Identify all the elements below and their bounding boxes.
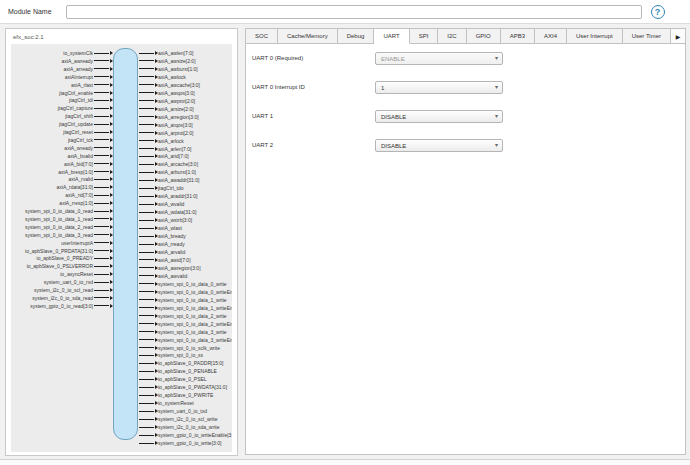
tab-soc[interactable]: SOC [245, 28, 278, 44]
pin-wire [94, 234, 109, 235]
field-row: UART 0 Interrupt ID1▾ [252, 81, 685, 94]
tab-bar: SOCCache/MemoryDebugUARTSPII2CGPIOAPB3AX… [245, 28, 686, 44]
pin-wire [94, 108, 109, 109]
pin-label: system_spi_0_io_data_2_read [25, 224, 93, 230]
pin-left: axiA_awready [11, 58, 113, 64]
pin-label: system_spi_0_io_data_3_read [25, 232, 93, 238]
pin-wire [94, 84, 109, 85]
pin-right: axiA_awvalid [138, 273, 187, 279]
pin-right: axiA_awlen[7:0] [138, 50, 193, 56]
uart-2-dropdown[interactable]: DISABLE▾ [375, 139, 503, 152]
pin-label: axiA_arqos[3:0] [158, 122, 193, 128]
tab-apb3[interactable]: APB3 [501, 28, 535, 44]
pin-wire [139, 252, 154, 253]
pin-wire [94, 116, 109, 117]
module-name-input[interactable] [66, 5, 642, 19]
block-diagram: io_systemClkaxiA_awreadyaxiA_arreadyaxiA… [11, 44, 232, 452]
pin-label: axiA_arlen[7:0] [158, 146, 191, 152]
pin-right: system_spi_0_io_sclk_write [138, 345, 220, 351]
tab-gpio[interactable]: GPIO [467, 28, 501, 44]
help-icon[interactable]: ? [651, 5, 665, 19]
arrowhead-icon [110, 170, 113, 174]
pin-label: axiA_awprot[2:0] [158, 98, 195, 104]
pin-right: system_spi_0_io_data_1_writeEnable [138, 305, 232, 311]
tab-debug[interactable]: Debug [338, 28, 375, 44]
tab-user-interrupt[interactable]: User Interrupt [567, 28, 623, 44]
tab-cache-memory[interactable]: Cache/Memory [278, 28, 338, 44]
pin-wire [94, 132, 109, 133]
uart-0-interrupt-id-dropdown[interactable]: 1▾ [375, 81, 503, 94]
pin-wire [94, 163, 109, 164]
pin-label: axiA_awqos[3:0] [158, 90, 195, 96]
arrowhead-icon [110, 138, 113, 142]
arrowhead-icon [110, 177, 113, 181]
pin-right: system_i2c_0_io_scl_write [138, 416, 217, 422]
pin-wire [139, 188, 154, 189]
pin-label: system_spi_0_io_data_0_read [25, 208, 93, 214]
arrowhead-icon [110, 201, 113, 205]
pin-right: axiA_awburst[1:0] [138, 66, 198, 72]
pin-label: system_gpio_0_io_writeEnable[3:0] [158, 432, 232, 438]
tab-i2c[interactable]: I2C [438, 28, 466, 44]
pin-left: axiA_rvalid [11, 176, 113, 182]
pin-label: axiA_awready [62, 58, 93, 64]
pin-left: axiA_bvalid [11, 153, 113, 159]
pin-wire [139, 76, 154, 77]
pin-label: io_apbSlave_0_PREADY [37, 255, 93, 261]
pin-right: axiA_arprot[2:0] [138, 130, 193, 136]
pin-label: io_apbSlave_0_PSEL [158, 376, 207, 382]
pin-wire [139, 355, 154, 356]
pin-wire [139, 212, 154, 213]
pin-label: system_spi_0_io_sclk_write [158, 345, 220, 351]
pin-wire [139, 275, 154, 276]
pin-right: jtagCtrl_tdo [138, 185, 184, 191]
pin-wire [139, 387, 154, 388]
tab-axi4[interactable]: AXI4 [535, 28, 567, 44]
pin-label: system_i2c_0_io_sda_write [158, 424, 219, 430]
pin-right: axiA_awprot[2:0] [138, 98, 195, 104]
pin-left: io_apbSlave_0_PSLVERROR [11, 263, 113, 269]
pin-label: io_apbSlave_0_PWRITE [158, 392, 213, 398]
pin-wire [94, 68, 109, 69]
arrowhead-icon [110, 304, 113, 308]
pin-label: io_apbSlave_0_PWDATA[31:0] [158, 384, 227, 390]
pin-wire [139, 371, 154, 372]
pin-right: system_gpio_0_io_writeEnable[3:0] [138, 432, 232, 438]
pin-right: axiA_arsize[2:0] [138, 106, 194, 112]
pin-left: axiA_bid[7:0] [11, 161, 113, 167]
tab-user-timer[interactable]: User Timer [623, 28, 671, 44]
arrowhead-icon [110, 280, 113, 284]
pin-label: axiA_arburst[1:0] [158, 169, 196, 175]
arrowhead-icon [110, 288, 113, 292]
arrowhead-icon [110, 122, 113, 126]
pin-wire [139, 108, 154, 109]
pin-label: jtagCtrl_update [59, 121, 93, 127]
pin-right: axiA_awqos[3:0] [138, 90, 195, 96]
pin-label: io_apbSlave_0_PSLVERROR [27, 263, 93, 269]
pin-left: system_i2c_0_io_scl_read [11, 287, 113, 293]
pin-right: axiA_awid[7:0] [138, 257, 191, 263]
uart-1-dropdown[interactable]: DISABLE▾ [375, 110, 503, 123]
pin-label: axiA_awsize[2:0] [158, 58, 196, 64]
pin-wire [94, 139, 109, 140]
pin-wire [139, 100, 154, 101]
arrowhead-icon [110, 193, 113, 197]
pin-label: axiA_awregion[3:0] [158, 265, 201, 271]
pin-right: io_apbSlave_0_PWDATA[31:0] [138, 384, 227, 390]
tab-spi[interactable]: SPI [410, 28, 439, 44]
pin-left: axiA_rresp[1:0] [11, 200, 113, 206]
pin-label: system_spi_0_io_data_2_writeEnable [158, 321, 232, 327]
top-bar: Module Name ? [0, 0, 690, 24]
field-row: UART 1DISABLE▾ [252, 110, 685, 123]
pin-right: system_spi_0_io_data_3_write [138, 329, 227, 335]
tab-uart[interactable]: UART [374, 28, 409, 44]
pin-label: system_spi_0_io_data_1_write [158, 297, 227, 303]
arrowhead-icon [110, 75, 113, 79]
field-label: UART 2 [252, 139, 375, 148]
tab-scroll-right-button[interactable]: ▶ [671, 28, 686, 44]
pin-wire [139, 339, 154, 340]
pin-right: axiA_awlock [138, 74, 186, 80]
arrowhead-icon [110, 185, 113, 189]
dropdown-value: 1 [381, 85, 384, 91]
pin-right: io_apbSlave_0_PWRITE [138, 392, 213, 398]
